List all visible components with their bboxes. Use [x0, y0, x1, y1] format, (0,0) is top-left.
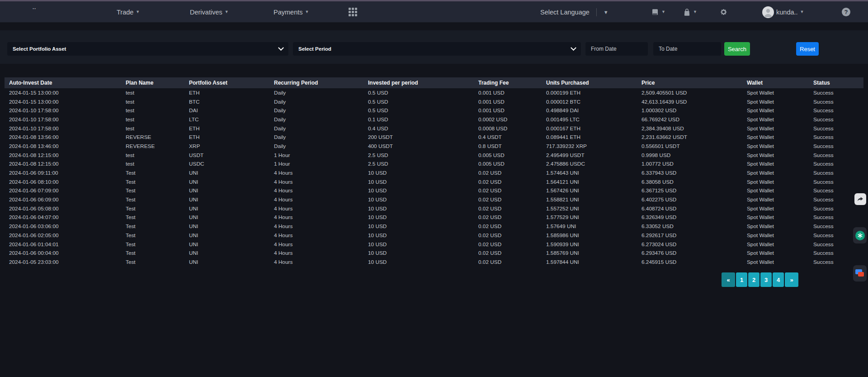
table-cell: 0.02 USD	[474, 223, 542, 229]
table-cell: Test	[121, 223, 184, 229]
payments-menu-label: Payments	[274, 9, 302, 16]
period-select[interactable]: Select Period	[293, 42, 581, 56]
table-cell: 0.02 USD	[474, 259, 542, 265]
site-logo[interactable]: ..	[33, 5, 36, 10]
pagination-page-button[interactable]: 3	[760, 272, 772, 287]
table-cell: 4 Hours	[269, 259, 363, 265]
pagination-page-button[interactable]: 4	[773, 272, 784, 287]
table-body: 2024-01-15 13:00:00testETHDaily0.5 USD0.…	[5, 88, 863, 267]
table-cell: 0.1 USD	[363, 116, 474, 123]
column-header: Invested per period	[363, 80, 474, 86]
table-cell: 6.273024 USD	[637, 241, 742, 248]
share-widget-button[interactable]	[854, 193, 866, 205]
assistant-widget-button[interactable]	[853, 227, 867, 243]
table-cell: XRP	[184, 143, 269, 149]
table-cell: 2024-01-10 17:58:00	[5, 125, 121, 132]
table-cell: 0.02 USD	[474, 187, 542, 194]
chevron-down-icon: ▼	[305, 10, 309, 14]
table-cell: test	[121, 125, 184, 132]
table-cell: 1 Hour	[269, 161, 363, 167]
table-cell: Spot Wallet	[742, 107, 809, 114]
table-row: 2024-01-06 00:04:00TestUNI4 Hours10 USD0…	[5, 248, 863, 258]
portfolio-asset-select[interactable]: Select Portfolio Asset	[7, 42, 288, 56]
table-cell: Success	[809, 205, 863, 212]
chevron-down-icon: ▼	[136, 10, 140, 14]
pagination-page-button[interactable]: 1	[736, 272, 747, 287]
to-date-field[interactable]	[653, 42, 721, 56]
table-cell: Success	[809, 214, 863, 220]
table-cell: 0.001495 LTC	[542, 116, 637, 123]
pagination-next-button[interactable]: »	[785, 272, 798, 287]
table-cell: Spot Wallet	[742, 125, 809, 132]
table-cell: Spot Wallet	[742, 134, 809, 140]
table-cell: 6.337943 USD	[637, 170, 742, 176]
chat-widget-button[interactable]	[853, 265, 867, 282]
table-cell: LTC	[184, 116, 269, 123]
table-cell: 10 USD	[363, 214, 474, 220]
table-cell: UNI	[184, 250, 269, 256]
table-cell: Success	[809, 152, 863, 158]
user-menu[interactable]: kunda.. ▼	[762, 1, 804, 23]
help-button[interactable]: ?	[842, 1, 850, 23]
apps-grid-icon	[349, 8, 357, 16]
table-cell: USDC	[184, 161, 269, 167]
table-cell: 2024-01-06 04:07:00	[5, 214, 121, 220]
nav-menu-payments[interactable]: Payments ▼	[274, 1, 309, 23]
table-cell: UNI	[184, 232, 269, 239]
table-cell: Test	[121, 250, 184, 256]
person-icon	[762, 6, 774, 18]
table-cell: 0.02 USD	[474, 196, 542, 203]
auto-invest-history-table: Auto-Invest DatePlan NamePortfolio Asset…	[5, 77, 863, 267]
table-cell: 1.585986 UNI	[542, 232, 637, 239]
language-selector[interactable]: Select Language ▼	[540, 1, 609, 23]
table-cell: 1.585769 UNI	[542, 250, 637, 256]
table-row: 2024-01-08 13:56:00REVERSEETHDaily200 US…	[5, 133, 863, 142]
from-date-input[interactable]	[591, 46, 642, 52]
table-cell: Daily	[269, 99, 363, 105]
apps-grid-button[interactable]	[349, 1, 357, 23]
table-cell: REVERSE	[121, 134, 184, 140]
table-cell: 2024-01-06 06:09:00	[5, 196, 121, 203]
settings-button[interactable]	[720, 1, 727, 23]
to-date-input[interactable]	[659, 46, 716, 52]
table-cell: Daily	[269, 143, 363, 149]
pagination-prev-button[interactable]: «	[722, 272, 735, 287]
nav-menu-trade[interactable]: Trade ▼	[117, 1, 140, 23]
from-date-field[interactable]	[585, 42, 648, 56]
table-cell: 0.498849 DAI	[542, 107, 637, 114]
table-cell: 0.001 USD	[474, 107, 542, 114]
search-button[interactable]: Search	[724, 42, 750, 56]
orders-menu-button[interactable]: ▼	[651, 1, 665, 23]
table-cell: 1 Hour	[269, 152, 363, 158]
table-row: 2024-01-06 01:04:01TestUNI4 Hours10 USD0…	[5, 240, 863, 249]
pagination-page-button[interactable]: 2	[748, 272, 760, 287]
table-cell: 4 Hours	[269, 196, 363, 203]
table-cell: 42,613.16439 USD	[637, 99, 742, 105]
period-select-label: Select Period	[298, 46, 331, 52]
column-header: Units Purchased	[542, 80, 637, 86]
table-cell: 2.495499 USDT	[542, 152, 637, 158]
table-cell: Daily	[269, 134, 363, 140]
reset-button[interactable]: Reset	[796, 42, 819, 56]
table-cell: 0.02 USD	[474, 250, 542, 256]
column-header: Plan Name	[121, 80, 184, 86]
nav-menu-derivatives[interactable]: Derivatives ▼	[190, 1, 229, 23]
table-cell: 0.02 USD	[474, 241, 542, 248]
table-cell: 10 USD	[363, 187, 474, 194]
table-cell: 10 USD	[363, 250, 474, 256]
table-cell: 0.000199 ETH	[542, 90, 637, 96]
pagination: «1234»	[722, 272, 798, 287]
table-cell: 4 Hours	[269, 205, 363, 212]
table-cell: 1.558821 UNI	[542, 196, 637, 203]
table-cell: 1.597844 UNI	[542, 259, 637, 265]
table-row: 2024-01-05 23:03:00TestUNI4 Hours10 USD0…	[5, 258, 863, 267]
table-cell: 6.367125 USD	[637, 187, 742, 194]
table-header-row: Auto-Invest DatePlan NamePortfolio Asset…	[5, 77, 863, 88]
chevron-down-icon: ▼	[693, 10, 697, 14]
table-cell: 6.292617 USD	[637, 232, 742, 239]
column-header: Trading Fee	[474, 80, 542, 86]
table-cell: 1.564121 UNI	[542, 179, 637, 185]
assets-menu-button[interactable]: ▼	[683, 1, 697, 23]
table-cell: 2024-01-10 17:58:00	[5, 116, 121, 123]
table-cell: 0.000167 ETH	[542, 125, 637, 132]
